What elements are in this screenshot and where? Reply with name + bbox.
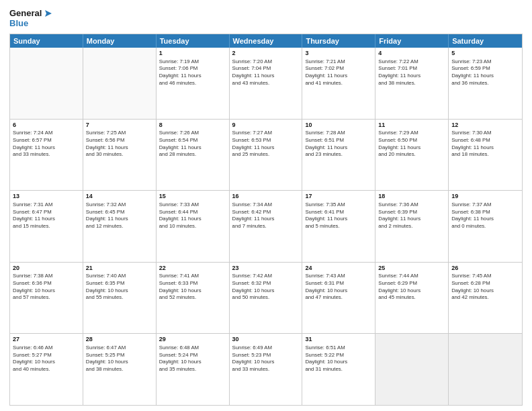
cal-cell: 7Sunrise: 7:25 AM Sunset: 6:56 PM Daylig… xyxy=(83,120,157,191)
logo-blue: Blue xyxy=(9,18,28,28)
day-number: 2 xyxy=(232,50,300,58)
day-info: Sunrise: 6:51 AM Sunset: 5:22 PM Dayligh… xyxy=(305,345,347,372)
day-number: 14 xyxy=(86,193,153,201)
cal-cell xyxy=(375,334,449,405)
cal-cell: 3Sunrise: 7:21 AM Sunset: 7:02 PM Daylig… xyxy=(302,48,375,119)
day-number: 11 xyxy=(378,122,445,130)
day-info: Sunrise: 7:28 AM Sunset: 6:51 PM Dayligh… xyxy=(305,130,347,157)
cal-cell: 31Sunrise: 6:51 AM Sunset: 5:22 PM Dayli… xyxy=(302,334,375,405)
day-info: Sunrise: 6:46 AM Sunset: 5:27 PM Dayligh… xyxy=(13,345,55,372)
cal-header-day: Friday xyxy=(375,34,449,48)
cal-cell: 22Sunrise: 7:41 AM Sunset: 6:33 PM Dayli… xyxy=(157,263,230,334)
day-number: 17 xyxy=(305,193,372,201)
day-number: 19 xyxy=(451,193,519,201)
day-number: 30 xyxy=(232,336,300,344)
cal-cell: 4Sunrise: 7:22 AM Sunset: 7:01 PM Daylig… xyxy=(375,48,449,119)
cal-cell: 9Sunrise: 7:27 AM Sunset: 6:53 PM Daylig… xyxy=(230,120,303,191)
cal-cell: 26Sunrise: 7:45 AM Sunset: 6:28 PM Dayli… xyxy=(449,263,522,334)
day-info: Sunrise: 7:31 AM Sunset: 6:47 PM Dayligh… xyxy=(13,201,55,229)
day-info: Sunrise: 7:34 AM Sunset: 6:42 PM Dayligh… xyxy=(232,201,275,229)
cal-cell: 27Sunrise: 6:46 AM Sunset: 5:27 PM Dayli… xyxy=(10,334,83,405)
day-info: Sunrise: 7:22 AM Sunset: 7:01 PM Dayligh… xyxy=(378,58,420,86)
cal-cell xyxy=(10,48,83,119)
page: General Blue SundayMondayTuesdayWednesda… xyxy=(0,0,532,411)
cal-cell: 16Sunrise: 7:34 AM Sunset: 6:42 PM Dayli… xyxy=(230,191,303,262)
cal-week-row: 6Sunrise: 7:24 AM Sunset: 6:57 PM Daylig… xyxy=(10,119,522,191)
day-info: Sunrise: 7:45 AM Sunset: 6:28 PM Dayligh… xyxy=(451,273,494,300)
calendar: SundayMondayTuesdayWednesdayThursdayFrid… xyxy=(9,34,523,406)
day-info: Sunrise: 7:27 AM Sunset: 6:53 PM Dayligh… xyxy=(232,130,275,157)
day-number: 9 xyxy=(232,122,300,130)
cal-week-row: 13Sunrise: 7:31 AM Sunset: 6:47 PM Dayli… xyxy=(10,190,522,262)
logo-general: General xyxy=(9,8,42,18)
cal-cell: 23Sunrise: 7:42 AM Sunset: 6:32 PM Dayli… xyxy=(230,263,303,334)
day-info: Sunrise: 7:20 AM Sunset: 7:04 PM Dayligh… xyxy=(232,58,275,86)
day-info: Sunrise: 7:25 AM Sunset: 6:56 PM Dayligh… xyxy=(86,130,128,157)
calendar-header: SundayMondayTuesdayWednesdayThursdayFrid… xyxy=(10,34,522,48)
day-info: Sunrise: 6:49 AM Sunset: 5:23 PM Dayligh… xyxy=(232,345,275,372)
cal-cell: 15Sunrise: 7:33 AM Sunset: 6:44 PM Dayli… xyxy=(157,191,230,262)
day-info: Sunrise: 7:38 AM Sunset: 6:36 PM Dayligh… xyxy=(13,273,55,300)
day-number: 27 xyxy=(13,336,80,344)
day-number: 5 xyxy=(451,50,519,58)
cal-cell: 30Sunrise: 6:49 AM Sunset: 5:23 PM Dayli… xyxy=(230,334,303,405)
day-info: Sunrise: 7:33 AM Sunset: 6:44 PM Dayligh… xyxy=(159,201,202,229)
day-info: Sunrise: 6:48 AM Sunset: 5:24 PM Dayligh… xyxy=(159,345,202,372)
day-number: 15 xyxy=(159,193,226,201)
day-number: 7 xyxy=(86,122,153,130)
day-number: 6 xyxy=(13,122,80,130)
cal-cell: 29Sunrise: 6:48 AM Sunset: 5:24 PM Dayli… xyxy=(157,334,230,405)
cal-header-day: Saturday xyxy=(449,34,522,48)
cal-cell: 28Sunrise: 6:47 AM Sunset: 5:25 PM Dayli… xyxy=(83,334,157,405)
day-info: Sunrise: 7:29 AM Sunset: 6:50 PM Dayligh… xyxy=(378,130,420,157)
cal-cell: 24Sunrise: 7:43 AM Sunset: 6:31 PM Dayli… xyxy=(302,263,375,334)
day-info: Sunrise: 7:19 AM Sunset: 7:06 PM Dayligh… xyxy=(159,58,202,86)
cal-header-day: Monday xyxy=(83,34,157,48)
day-info: Sunrise: 7:24 AM Sunset: 6:57 PM Dayligh… xyxy=(13,130,55,157)
day-number: 28 xyxy=(86,336,153,344)
cal-cell: 18Sunrise: 7:36 AM Sunset: 6:39 PM Dayli… xyxy=(375,191,449,262)
day-number: 22 xyxy=(159,265,226,273)
day-number: 3 xyxy=(305,50,372,58)
day-number: 8 xyxy=(159,122,226,130)
cal-cell: 17Sunrise: 7:35 AM Sunset: 6:41 PM Dayli… xyxy=(302,191,375,262)
day-info: Sunrise: 7:35 AM Sunset: 6:41 PM Dayligh… xyxy=(305,201,347,229)
cal-header-day: Tuesday xyxy=(157,34,230,48)
day-info: Sunrise: 7:41 AM Sunset: 6:33 PM Dayligh… xyxy=(159,273,202,300)
calendar-body: 1Sunrise: 7:19 AM Sunset: 7:06 PM Daylig… xyxy=(10,48,522,405)
day-number: 1 xyxy=(159,50,226,58)
cal-week-row: 1Sunrise: 7:19 AM Sunset: 7:06 PM Daylig… xyxy=(10,48,522,119)
logo-arrow-icon xyxy=(42,9,52,18)
day-number: 21 xyxy=(86,265,153,273)
day-info: Sunrise: 7:36 AM Sunset: 6:39 PM Dayligh… xyxy=(378,201,420,229)
cal-cell: 19Sunrise: 7:37 AM Sunset: 6:38 PM Dayli… xyxy=(449,191,522,262)
day-number: 20 xyxy=(13,265,80,273)
day-info: Sunrise: 7:21 AM Sunset: 7:02 PM Dayligh… xyxy=(305,58,347,86)
cal-week-row: 27Sunrise: 6:46 AM Sunset: 5:27 PM Dayli… xyxy=(10,333,522,405)
day-number: 10 xyxy=(305,122,372,130)
cal-header-day: Sunday xyxy=(10,34,83,48)
cal-cell xyxy=(449,334,522,405)
cal-cell: 25Sunrise: 7:44 AM Sunset: 6:29 PM Dayli… xyxy=(375,263,449,334)
day-number: 18 xyxy=(378,193,445,201)
cal-cell: 6Sunrise: 7:24 AM Sunset: 6:57 PM Daylig… xyxy=(10,120,83,191)
cal-cell: 14Sunrise: 7:32 AM Sunset: 6:45 PM Dayli… xyxy=(83,191,157,262)
day-info: Sunrise: 7:26 AM Sunset: 6:54 PM Dayligh… xyxy=(159,130,202,157)
svg-marker-0 xyxy=(45,10,52,17)
day-info: Sunrise: 7:40 AM Sunset: 6:35 PM Dayligh… xyxy=(86,273,128,300)
cal-cell: 12Sunrise: 7:30 AM Sunset: 6:48 PM Dayli… xyxy=(449,120,522,191)
day-number: 25 xyxy=(378,265,445,273)
cal-week-row: 20Sunrise: 7:38 AM Sunset: 6:36 PM Dayli… xyxy=(10,262,522,334)
day-number: 23 xyxy=(232,265,300,273)
cal-cell: 2Sunrise: 7:20 AM Sunset: 7:04 PM Daylig… xyxy=(230,48,303,119)
day-info: Sunrise: 6:47 AM Sunset: 5:25 PM Dayligh… xyxy=(86,345,128,372)
cal-cell: 1Sunrise: 7:19 AM Sunset: 7:06 PM Daylig… xyxy=(157,48,230,119)
day-number: 31 xyxy=(305,336,372,344)
header: General Blue xyxy=(9,8,523,28)
day-number: 12 xyxy=(451,122,519,130)
cal-cell: 8Sunrise: 7:26 AM Sunset: 6:54 PM Daylig… xyxy=(157,120,230,191)
day-info: Sunrise: 7:37 AM Sunset: 6:38 PM Dayligh… xyxy=(451,201,494,229)
day-info: Sunrise: 7:23 AM Sunset: 6:59 PM Dayligh… xyxy=(451,58,494,86)
cal-cell: 21Sunrise: 7:40 AM Sunset: 6:35 PM Dayli… xyxy=(83,263,157,334)
day-number: 16 xyxy=(232,193,300,201)
